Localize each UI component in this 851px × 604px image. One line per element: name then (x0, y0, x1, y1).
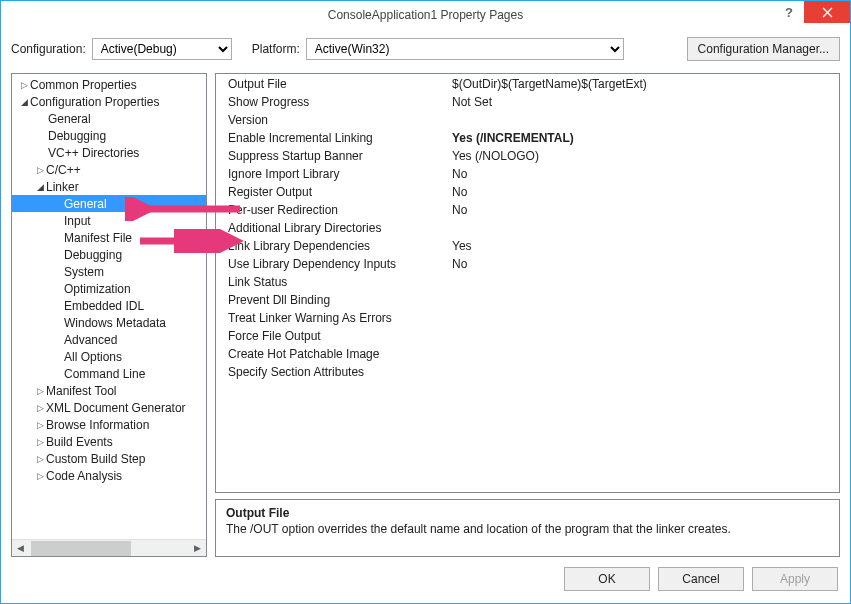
tree-configuration-properties[interactable]: ◢Configuration Properties (12, 93, 206, 110)
titlebar: ConsoleApplication1 Property Pages ? (1, 1, 850, 29)
property-name: Link Library Dependencies (216, 239, 446, 253)
tree-browse-information[interactable]: ▷Browse Information (12, 416, 206, 433)
description-panel: Output File The /OUT option overrides th… (215, 499, 840, 557)
property-name: Specify Section Attributes (216, 365, 446, 379)
platform-select[interactable]: Active(Win32) (306, 38, 624, 60)
tree-linker-debugging[interactable]: Debugging (12, 246, 206, 263)
tree-linker-windows-metadata[interactable]: Windows Metadata (12, 314, 206, 331)
property-name: Show Progress (216, 95, 446, 109)
property-name: Force File Output (216, 329, 446, 343)
tree-linker-input[interactable]: Input (12, 212, 206, 229)
property-row[interactable]: Show ProgressNot Set (216, 93, 839, 111)
property-name: Create Hot Patchable Image (216, 347, 446, 361)
property-value[interactable]: $(OutDir)$(TargetName)$(TargetExt) (446, 77, 839, 91)
tree-debugging[interactable]: Debugging (12, 127, 206, 144)
property-value[interactable]: No (446, 203, 839, 217)
property-name: Treat Linker Warning As Errors (216, 311, 446, 325)
tree-build-events[interactable]: ▷Build Events (12, 433, 206, 450)
tree-manifest-tool[interactable]: ▷Manifest Tool (12, 382, 206, 399)
property-row[interactable]: Link Library DependenciesYes (216, 237, 839, 255)
tree-linker-general[interactable]: General (12, 195, 206, 212)
scrollbar-right-icon[interactable]: ▶ (189, 540, 206, 557)
property-row[interactable]: Suppress Startup BannerYes (/NOLOGO) (216, 147, 839, 165)
property-name: Prevent Dll Binding (216, 293, 446, 307)
tree-linker-manifest[interactable]: Manifest File (12, 229, 206, 246)
property-row[interactable]: Register OutputNo (216, 183, 839, 201)
tree-linker-optimization[interactable]: Optimization (12, 280, 206, 297)
property-row[interactable]: Version (216, 111, 839, 129)
property-name: Enable Incremental Linking (216, 131, 446, 145)
tree-code-analysis[interactable]: ▷Code Analysis (12, 467, 206, 484)
config-row: Configuration: Active(Debug) Platform: A… (1, 29, 850, 73)
property-name: Version (216, 113, 446, 127)
property-row[interactable]: Use Library Dependency InputsNo (216, 255, 839, 273)
ok-button[interactable]: OK (564, 567, 650, 591)
property-name: Suppress Startup Banner (216, 149, 446, 163)
tree-linker-command-line[interactable]: Command Line (12, 365, 206, 382)
tree-scrollbar[interactable]: ◀ ▶ (12, 539, 206, 556)
property-value[interactable]: Not Set (446, 95, 839, 109)
property-value[interactable]: No (446, 167, 839, 181)
configuration-label: Configuration: (11, 42, 86, 56)
scrollbar-left-icon[interactable]: ◀ (12, 540, 29, 557)
property-value[interactable]: No (446, 185, 839, 199)
property-row[interactable]: Specify Section Attributes (216, 363, 839, 381)
property-name: Ignore Import Library (216, 167, 446, 181)
tree-linker[interactable]: ◢Linker (12, 178, 206, 195)
tree-common-properties[interactable]: ▷Common Properties (12, 76, 206, 93)
property-row[interactable]: Prevent Dll Binding (216, 291, 839, 309)
tree-general[interactable]: General (12, 110, 206, 127)
tree-xml-doc-generator[interactable]: ▷XML Document Generator (12, 399, 206, 416)
property-grid[interactable]: Output File$(OutDir)$(TargetName)$(Targe… (215, 73, 840, 493)
property-row[interactable]: Enable Incremental LinkingYes (/INCREMEN… (216, 129, 839, 147)
property-value[interactable]: Yes (/INCREMENTAL) (446, 131, 839, 145)
close-button[interactable] (804, 1, 850, 23)
tree-linker-system[interactable]: System (12, 263, 206, 280)
property-row[interactable]: Link Status (216, 273, 839, 291)
property-row[interactable]: Additional Library Directories (216, 219, 839, 237)
scrollbar-thumb[interactable] (31, 541, 131, 556)
property-value[interactable]: Yes (446, 239, 839, 253)
property-name: Use Library Dependency Inputs (216, 257, 446, 271)
property-row[interactable]: Treat Linker Warning As Errors (216, 309, 839, 327)
tree-ccpp[interactable]: ▷C/C++ (12, 161, 206, 178)
description-title: Output File (226, 506, 829, 520)
property-name: Output File (216, 77, 446, 91)
property-value[interactable]: Yes (/NOLOGO) (446, 149, 839, 163)
property-name: Register Output (216, 185, 446, 199)
tree-linker-all-options[interactable]: All Options (12, 348, 206, 365)
tree-linker-embedded-idl[interactable]: Embedded IDL (12, 297, 206, 314)
help-button[interactable]: ? (774, 1, 804, 23)
configuration-manager-button[interactable]: Configuration Manager... (687, 37, 840, 61)
platform-label: Platform: (252, 42, 300, 56)
tree-custom-build-step[interactable]: ▷Custom Build Step (12, 450, 206, 467)
window-title: ConsoleApplication1 Property Pages (328, 8, 523, 22)
apply-button[interactable]: Apply (752, 567, 838, 591)
tree-vc-directories[interactable]: VC++ Directories (12, 144, 206, 161)
description-text: The /OUT option overrides the default na… (226, 522, 829, 536)
tree-linker-advanced[interactable]: Advanced (12, 331, 206, 348)
property-row[interactable]: Force File Output (216, 327, 839, 345)
property-name: Additional Library Directories (216, 221, 446, 235)
dialog-buttons: OK Cancel Apply (1, 567, 850, 603)
property-value[interactable]: No (446, 257, 839, 271)
nav-tree[interactable]: ▷Common Properties ◢Configuration Proper… (11, 73, 207, 557)
property-row[interactable]: Output File$(OutDir)$(TargetName)$(Targe… (216, 75, 839, 93)
property-name: Link Status (216, 275, 446, 289)
cancel-button[interactable]: Cancel (658, 567, 744, 591)
property-name: Per-user Redirection (216, 203, 446, 217)
property-row[interactable]: Create Hot Patchable Image (216, 345, 839, 363)
property-row[interactable]: Per-user RedirectionNo (216, 201, 839, 219)
property-row[interactable]: Ignore Import LibraryNo (216, 165, 839, 183)
close-icon (822, 7, 833, 18)
window-buttons: ? (774, 1, 850, 23)
configuration-select[interactable]: Active(Debug) (92, 38, 232, 60)
